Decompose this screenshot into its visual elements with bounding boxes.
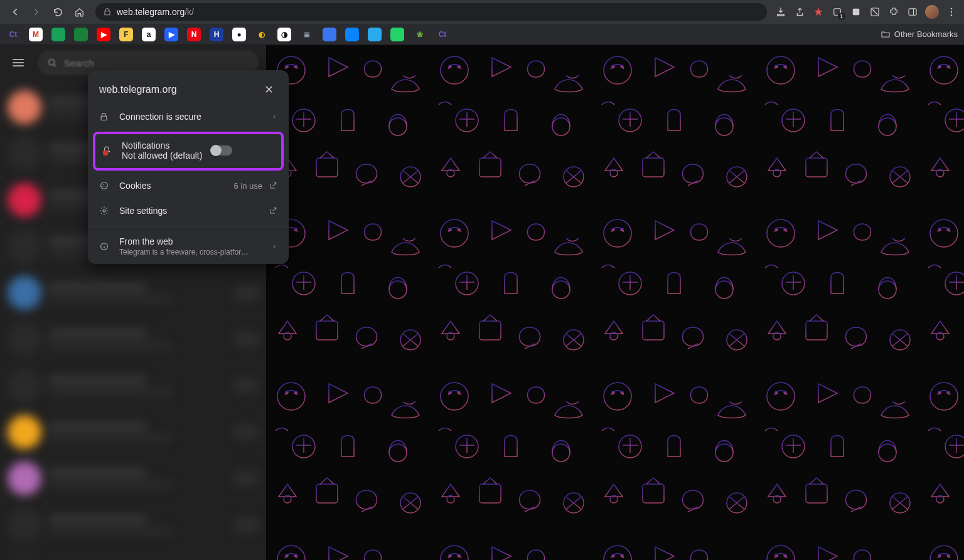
bm-gmail[interactable]: M	[29, 28, 43, 41]
chat-preview	[49, 330, 226, 349]
extension-3-icon[interactable]	[869, 6, 881, 18]
chat-preview	[49, 283, 226, 302]
list-item[interactable]	[0, 409, 266, 455]
cookies-row[interactable]: Cookies 6 in use	[88, 173, 289, 198]
bm-play[interactable]: ▶	[164, 28, 178, 41]
svg-point-4	[951, 8, 952, 9]
bm-signal[interactable]	[323, 28, 336, 41]
site-settings-row[interactable]: Site settings	[88, 198, 289, 223]
list-item[interactable]	[0, 455, 266, 502]
address-bar[interactable]: web.telegram.org/k/	[95, 3, 767, 21]
avatar	[8, 90, 41, 124]
extension-icon[interactable]: 1	[831, 6, 844, 18]
bookmarks-bar: CtM▶Fa▶NH●◐◑≣❀Ct Other Bookmarks	[0, 24, 964, 45]
cookies-count: 6 in use	[233, 181, 262, 191]
bm-yt[interactable]: ▶	[97, 28, 110, 41]
bm-leaf[interactable]: ❀	[413, 28, 427, 41]
forward-button[interactable]	[28, 3, 45, 21]
bm-netflix[interactable]: N	[187, 28, 201, 41]
install-app-icon[interactable]	[774, 6, 787, 18]
chat-meta	[233, 379, 259, 393]
home-button[interactable]	[70, 3, 88, 21]
list-item[interactable]	[0, 362, 266, 409]
bm-h[interactable]: H	[210, 28, 223, 41]
list-item[interactable]	[0, 502, 266, 548]
notifications-row: Notifications Not allowed (default)	[93, 132, 284, 171]
bm-tg[interactable]	[368, 28, 382, 41]
chat-meta	[233, 286, 259, 300]
list-item[interactable]	[0, 316, 266, 362]
notifications-title: Notifications	[122, 140, 202, 151]
url-domain: web.telegram.org	[117, 7, 185, 17]
share-icon[interactable]	[793, 6, 806, 18]
avatar	[8, 276, 41, 310]
svg-point-19	[103, 184, 104, 184]
svg-point-6	[951, 14, 952, 16]
svg-point-21	[102, 186, 103, 187]
chat-preview	[49, 469, 226, 488]
chevron-right-icon	[271, 114, 277, 120]
notifications-status: Not allowed (default)	[122, 151, 202, 161]
info-icon	[99, 241, 110, 251]
bm-chrome[interactable]: ◐	[255, 28, 269, 41]
notifications-toggle[interactable]	[211, 145, 232, 156]
bm-ct2[interactable]: Ct	[436, 28, 449, 41]
bm-green[interactable]	[51, 28, 65, 41]
list-item[interactable]	[0, 548, 266, 560]
notifications-blocked-icon	[102, 145, 113, 156]
close-icon[interactable]: ✕	[260, 80, 277, 99]
from-web-desc: Telegram is a freeware, cross-platfor…	[119, 248, 262, 256]
open-external-icon	[269, 206, 277, 215]
chat-preview	[49, 423, 226, 441]
search-input[interactable]	[64, 58, 250, 68]
chat-meta	[233, 518, 259, 532]
chat-meta	[233, 332, 259, 346]
bm-layers[interactable]: ≣	[300, 28, 314, 41]
side-panel-icon[interactable]	[906, 6, 919, 18]
svg-point-7	[49, 60, 55, 65]
extension-badge-count: 1	[838, 13, 845, 19]
connection-secure-row[interactable]: Connection is secure	[88, 104, 289, 129]
bm-cam[interactable]: ●	[232, 28, 246, 41]
bm-wa[interactable]	[390, 28, 404, 41]
browser-toolbar: web.telegram.org/k/ ★ 1	[0, 0, 964, 24]
lock-icon	[99, 112, 110, 122]
other-bookmarks-label: Other Bookmarks	[894, 29, 958, 39]
bm-sheets[interactable]	[74, 28, 88, 41]
reload-button[interactable]	[49, 3, 67, 21]
extension-2-icon[interactable]	[850, 6, 862, 18]
svg-point-22	[103, 209, 105, 212]
from-the-web-row[interactable]: From the web Telegram is a freeware, cro…	[88, 229, 289, 264]
bm-flip[interactable]: F	[119, 28, 133, 41]
bm-ct[interactable]: Ct	[6, 28, 20, 41]
lock-icon	[103, 8, 112, 16]
svg-point-24	[104, 245, 104, 245]
gear-icon	[99, 206, 110, 216]
list-item[interactable]	[0, 270, 266, 316]
avatar	[8, 462, 41, 495]
site-settings-label: Site settings	[119, 206, 260, 216]
svg-point-20	[105, 186, 105, 187]
avatar	[8, 415, 41, 449]
browser-menu-icon[interactable]	[945, 6, 958, 18]
cookie-icon	[99, 181, 110, 191]
avatar	[8, 230, 41, 263]
bm-bw[interactable]: ◑	[277, 28, 291, 41]
telegram-chat-window	[266, 45, 964, 560]
svg-rect-1	[853, 9, 860, 16]
chat-preview	[49, 515, 226, 534]
bookmark-star-icon[interactable]: ★	[812, 6, 825, 18]
svg-point-5	[951, 11, 952, 13]
popup-site-title: web.telegram.org	[99, 84, 177, 95]
extensions-puzzle-icon[interactable]	[887, 6, 900, 18]
bm-amz[interactable]: a	[142, 28, 156, 41]
profile-avatar[interactable]	[925, 5, 939, 19]
bm-msg[interactable]	[345, 28, 359, 41]
other-bookmarks[interactable]: Other Bookmarks	[881, 29, 958, 40]
connection-secure-label: Connection is secure	[119, 112, 262, 122]
open-external-icon	[269, 181, 277, 190]
avatar	[8, 322, 41, 356]
svg-point-18	[101, 182, 108, 189]
hamburger-menu-icon[interactable]	[8, 52, 29, 73]
back-button[interactable]	[6, 3, 24, 21]
